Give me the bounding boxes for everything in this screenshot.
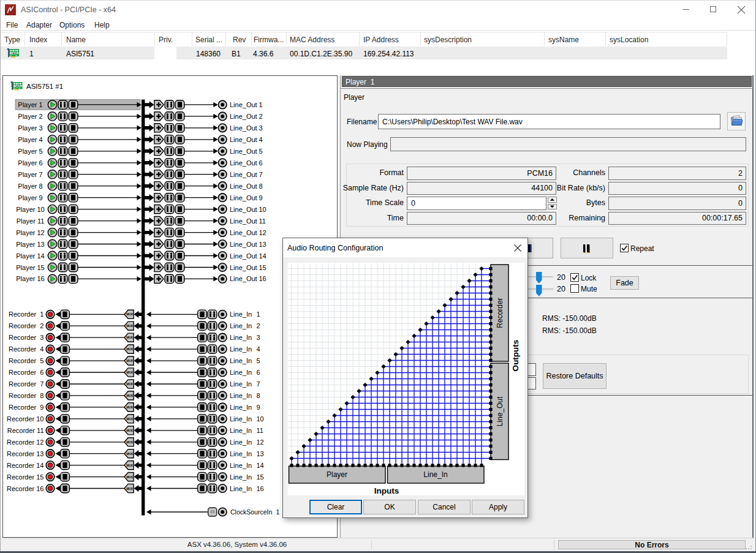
svg-text:Line_Out: Line_Out xyxy=(230,170,257,178)
svg-text:ASI5751 #1: ASI5751 #1 xyxy=(26,83,63,90)
svg-text:Line_In: Line_In xyxy=(230,484,252,492)
svg-text:Line_Out: Line_Out xyxy=(230,147,257,154)
svg-text:4: 4 xyxy=(257,345,260,353)
svg-text:Player 12: Player 12 xyxy=(16,228,44,236)
svg-text:Player 3: Player 3 xyxy=(18,124,42,131)
svg-text:Line_Out: Line_Out xyxy=(230,100,257,108)
svg-text:14: 14 xyxy=(259,252,266,259)
svg-text:2: 2 xyxy=(259,112,263,119)
svg-text:Player 2: Player 2 xyxy=(18,112,42,119)
svg-text:15: 15 xyxy=(259,263,266,271)
svg-text:Line_Out: Line_Out xyxy=(496,396,504,426)
svg-text:48: 48 xyxy=(210,510,215,514)
svg-text:Line_Out: Line_Out xyxy=(230,275,257,282)
svg-text:7: 7 xyxy=(259,170,263,178)
svg-text:Recorder 1: Recorder 1 xyxy=(9,310,43,318)
svg-text:Recorder 9: Recorder 9 xyxy=(9,403,43,410)
svg-text:13: 13 xyxy=(259,240,266,247)
svg-text:1: 1 xyxy=(259,100,263,108)
svg-text:Recorder 6: Recorder 6 xyxy=(9,369,43,376)
svg-text:Line_In: Line_In xyxy=(230,450,252,457)
svg-text:Line_In: Line_In xyxy=(230,345,252,353)
svg-text:Line_In: Line_In xyxy=(230,310,252,318)
svg-text:16: 16 xyxy=(257,484,264,492)
svg-text:5: 5 xyxy=(259,147,263,154)
svg-text:4: 4 xyxy=(259,135,263,143)
svg-text:Player: Player xyxy=(327,470,347,479)
svg-text:14: 14 xyxy=(257,461,264,468)
svg-text:Player 6: Player 6 xyxy=(18,159,42,166)
svg-text:6: 6 xyxy=(257,369,260,376)
svg-text:Line_Out: Line_Out xyxy=(230,228,257,236)
svg-text:Recorder 11: Recorder 11 xyxy=(7,426,44,434)
svg-text:Player 7: Player 7 xyxy=(18,170,42,178)
svg-text:Recorder 4: Recorder 4 xyxy=(9,345,43,353)
svg-text:Line_Out: Line_Out xyxy=(230,124,257,131)
svg-text:8: 8 xyxy=(259,182,263,189)
svg-text:13: 13 xyxy=(257,450,264,457)
svg-text:Line_In: Line_In xyxy=(230,403,252,410)
svg-text:Recorder 12: Recorder 12 xyxy=(7,438,44,445)
svg-text:Recorder 14: Recorder 14 xyxy=(7,461,44,468)
svg-text:Recorder 10: Recorder 10 xyxy=(7,415,44,422)
svg-text:Player 16: Player 16 xyxy=(16,275,44,282)
svg-text:Recorder 16: Recorder 16 xyxy=(7,484,44,492)
svg-text:Line_In: Line_In xyxy=(230,334,252,341)
svg-text:Player 9: Player 9 xyxy=(18,194,42,201)
svg-text:ClockSourceIn: ClockSourceIn xyxy=(230,508,272,516)
svg-text:Line_Out: Line_Out xyxy=(230,205,257,213)
svg-text:Recorder: Recorder xyxy=(496,298,504,328)
svg-text:Line_Out: Line_Out xyxy=(230,217,257,224)
svg-text:16: 16 xyxy=(259,275,266,282)
svg-text:Recorder 7: Recorder 7 xyxy=(9,380,43,388)
svg-text:5: 5 xyxy=(257,357,260,364)
svg-text:Recorder 8: Recorder 8 xyxy=(9,391,43,399)
svg-text:Line_In: Line_In xyxy=(230,438,252,445)
svg-text:Line_Out: Line_Out xyxy=(230,252,257,259)
svg-text:2: 2 xyxy=(257,322,260,329)
svg-text:1: 1 xyxy=(257,310,260,318)
svg-text:Line_Out: Line_Out xyxy=(230,135,257,143)
svg-text:12: 12 xyxy=(257,438,264,445)
svg-text:Line_In: Line_In xyxy=(230,391,252,399)
svg-text:Line_In: Line_In xyxy=(423,470,447,479)
svg-text:Outputs: Outputs xyxy=(511,339,520,371)
svg-text:Player 10: Player 10 xyxy=(16,205,44,213)
svg-text:Line_Out: Line_Out xyxy=(230,182,257,189)
svg-text:10: 10 xyxy=(257,415,264,422)
svg-text:Player 14: Player 14 xyxy=(16,252,44,259)
svg-text:Line_In: Line_In xyxy=(230,426,252,434)
svg-text:3: 3 xyxy=(259,124,263,131)
svg-text:Line_In: Line_In xyxy=(230,415,252,422)
svg-text:Line_Out: Line_Out xyxy=(230,159,257,166)
svg-text:Line_Out: Line_Out xyxy=(230,112,257,119)
svg-text:9: 9 xyxy=(257,403,260,410)
svg-text:Recorder 5: Recorder 5 xyxy=(9,357,43,364)
svg-text:Player 15: Player 15 xyxy=(16,263,44,271)
svg-text:Line_In: Line_In xyxy=(230,473,252,480)
svg-text:10: 10 xyxy=(259,205,266,213)
svg-text:Line_In: Line_In xyxy=(230,357,252,364)
svg-text:Player 13: Player 13 xyxy=(16,240,44,247)
svg-text:Line_Out: Line_Out xyxy=(230,194,257,201)
svg-text:Player 4: Player 4 xyxy=(18,135,42,143)
svg-text:Recorder 3: Recorder 3 xyxy=(9,334,43,341)
svg-text:Line_In: Line_In xyxy=(230,322,252,329)
svg-text:12: 12 xyxy=(259,228,266,236)
svg-text:Recorder 15: Recorder 15 xyxy=(7,473,44,480)
svg-text:15: 15 xyxy=(257,473,264,480)
svg-text:Recorder 13: Recorder 13 xyxy=(7,450,44,457)
svg-text:Line_Out: Line_Out xyxy=(230,263,257,271)
svg-text:7: 7 xyxy=(257,380,260,388)
svg-text:11: 11 xyxy=(259,217,266,224)
svg-text:Inputs: Inputs xyxy=(374,486,399,495)
svg-text:Recorder 2: Recorder 2 xyxy=(9,322,43,329)
svg-text:Line_In: Line_In xyxy=(230,369,252,376)
svg-text:1: 1 xyxy=(276,508,280,516)
svg-text:3: 3 xyxy=(257,334,260,341)
svg-text:Line_In: Line_In xyxy=(230,380,252,388)
svg-text:8: 8 xyxy=(257,391,260,399)
svg-text:Player 5: Player 5 xyxy=(18,147,42,154)
svg-text:Player 1: Player 1 xyxy=(18,100,42,108)
svg-text:11: 11 xyxy=(257,426,263,434)
